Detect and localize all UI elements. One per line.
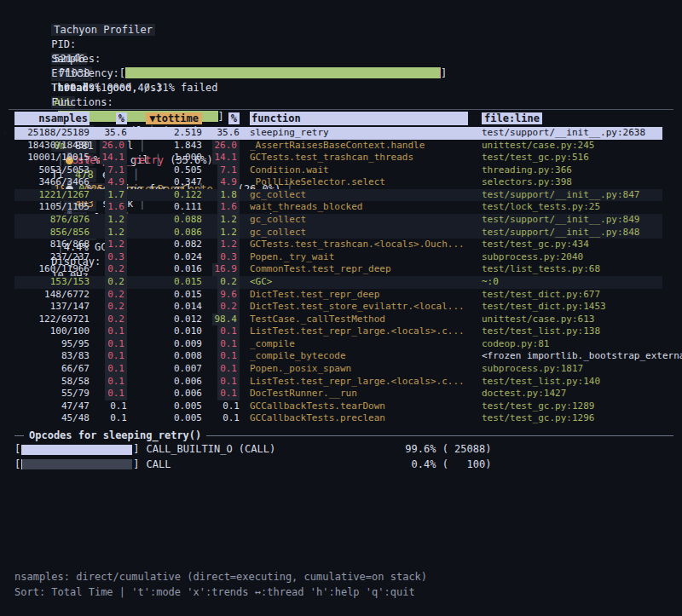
- cell-tottime: 0.015: [127, 276, 202, 289]
- legend-nsamples: nsamples: direct/cumulative (direct=exec…: [14, 571, 427, 583]
- cell-file-line: doctest.py:1427: [478, 388, 682, 400]
- table-row[interactable]: 100/100 0.1 0.010 0.1 ListTest.test_repr…: [14, 325, 682, 338]
- cell-pct1: 7.1: [90, 164, 127, 177]
- cell-pct1: 0.2: [90, 276, 127, 289]
- title-line: Tachyon Profiler: [14, 9, 673, 23]
- cell-pct1: 0.2: [90, 263, 127, 276]
- cell-tottime: 0.088: [127, 214, 202, 227]
- cell-pct1: 0.1: [90, 338, 127, 351]
- threads-label: Threads:: [51, 81, 112, 95]
- cell-pct2: 1.2: [202, 214, 240, 227]
- opcode-name: CALL_BUILTIN_O (CALL): [146, 442, 342, 457]
- tachyon-profiler-screen: Tachyon Profiler PID: 52146 │ Thread: AL…: [0, 0, 682, 616]
- cell-pct2: 0.1: [202, 338, 240, 351]
- cell-file-line: test/test_list.py:140: [478, 376, 682, 389]
- cell-nsamples: 148/6772: [14, 289, 90, 302]
- cell-tottime: 0.012: [127, 314, 202, 326]
- table-row[interactable]: 137/147 0.2 0.014 0.2 DictTest.test_stor…: [14, 301, 682, 314]
- cell-file-line: test/support/__init__.py:849: [478, 214, 682, 227]
- table-row[interactable]: 1105/1105 1.6 0.111 1.6 wait_threads_blo…: [14, 201, 682, 214]
- table-row[interactable]: 95/95 0.1 0.009 0.1 _compile codeop.py:8…: [14, 338, 682, 351]
- table-row[interactable]: 816/868 1.2 0.082 1.2 GCTests.test_trash…: [14, 239, 682, 251]
- table-row[interactable]: 237/237 0.3 0.024 0.3 Popen._try_wait su…: [14, 251, 682, 264]
- functions-label: Functions:: [51, 95, 112, 110]
- bar-open-bracket: [: [14, 458, 20, 472]
- cell-function: DictTest.test_store_evilattr.<local...: [240, 301, 478, 314]
- cell-nsamples: 153/153: [14, 276, 90, 289]
- table-row[interactable]: 3466/3466 4.9 0.347 4.9 _PollLikeSelecto…: [14, 176, 682, 189]
- cell-file-line: <frozen importlib._bootstrap_externa: [478, 350, 682, 363]
- app-title: Tachyon Profiler: [51, 24, 155, 36]
- cell-tottime: 0.505: [127, 164, 202, 177]
- column-header-pct1[interactable]: %: [90, 112, 127, 127]
- cell-pct2: 16.9: [202, 263, 240, 276]
- column-header-pct2[interactable]: %: [202, 112, 240, 127]
- cell-file-line: test/lock_tests.py:25: [478, 201, 682, 214]
- cell-pct2: 1.2: [202, 227, 240, 239]
- column-header-tottime-sorted[interactable]: ▼tottime: [127, 112, 202, 127]
- column-header-file[interactable]: file:line: [478, 112, 682, 127]
- cell-file-line: selectors.py:398: [478, 176, 682, 189]
- table-header-row: nsamples % ▼tottime % function file:line: [14, 112, 682, 127]
- cell-nsamples: 5053/5053: [14, 164, 90, 177]
- cell-file-line: test/test_dict.py:677: [478, 289, 682, 302]
- cell-file-line: test/test_list.py:138: [478, 325, 682, 338]
- cell-file-line: test/test_gc.py:434: [478, 239, 682, 251]
- cell-pct1: 0.2: [90, 301, 127, 314]
- table-row[interactable]: 122/69721 0.2 0.012 98.4 TestCase._callT…: [14, 314, 682, 326]
- cell-function: GCTests.test_trashcan.<locals>.Ouch...: [240, 239, 478, 251]
- cell-nsamples: 18430/18430: [14, 140, 90, 153]
- table-top-separator: [9, 109, 673, 110]
- table-row[interactable]: 153/153 0.2 0.015 0.2 <GC> ~:0: [14, 276, 682, 289]
- cell-function: DictTest.test_repr_deep: [240, 289, 478, 302]
- table-row[interactable]: 856/856 1.2 0.086 1.2 gc_collect test/su…: [14, 227, 682, 239]
- opcode-percent-count: 0.4% ( 100): [342, 458, 491, 472]
- cell-pct1: 26.0: [90, 140, 127, 153]
- cell-pct2: 0.1: [202, 363, 240, 376]
- table-row[interactable]: 148/6772 0.2 0.015 9.6 DictTest.test_rep…: [14, 289, 682, 302]
- cell-file-line: subprocess.py:1817: [478, 363, 682, 376]
- table-row[interactable]: 1221/1267 1.7 0.122 1.8 gc_collect test/…: [14, 189, 682, 202]
- opcode-percent-count: 99.6% ( 25088): [342, 442, 491, 457]
- table-row[interactable]: 55/79 0.1 0.006 0.1 DocTestRunner.__run …: [14, 388, 682, 400]
- table-row[interactable]: 83/83 0.1 0.008 0.1 _compile_bytecode <f…: [14, 350, 682, 363]
- cell-pct2: 1.8: [202, 189, 240, 202]
- opcodes-separator: Opcodes for sleeping_retry(): [14, 429, 673, 442]
- cell-pct2: 0.2: [202, 276, 240, 289]
- cell-function: Popen._posix_spawn: [240, 363, 478, 376]
- cell-tottime: 1.000: [127, 152, 202, 164]
- cell-tottime: 1.843: [127, 140, 202, 153]
- cell-pct2: 26.0: [202, 140, 240, 153]
- table-row[interactable]: 876/876 1.2 0.088 1.2 gc_collect test/su…: [14, 214, 682, 227]
- table-row[interactable]: 18430/18430 26.0 1.843 26.0 _AssertRaise…: [14, 140, 682, 153]
- top3-line: Top 3: sleeping_retry (35.6%)│ _AssertRa…: [14, 95, 673, 110]
- selection-cursor-icon: ▸: [3, 127, 8, 140]
- opcodes-title: Opcodes for sleeping_retry(): [29, 429, 201, 442]
- cell-pct2: 1.6: [202, 201, 240, 214]
- cell-pct2: 7.1: [202, 164, 240, 177]
- column-header-function[interactable]: function: [240, 112, 478, 127]
- profile-table: nsamples % ▼tottime % function file:line…: [14, 112, 682, 425]
- table-row[interactable]: 66/67 0.1 0.007 0.1 Popen._posix_spawn s…: [14, 363, 682, 376]
- cell-nsamples: 100/100: [14, 325, 90, 338]
- cell-pct2: 0.3: [202, 251, 240, 264]
- table-row[interactable]: 10001/10015 14.1 1.000 14.1 GCTests.test…: [14, 152, 682, 164]
- cell-pct1: 1.2: [90, 239, 127, 251]
- table-row[interactable]: 45/48 0.1 0.005 0.1 GCCallbackTests.prec…: [14, 412, 682, 425]
- cell-nsamples: 83/83: [14, 350, 90, 363]
- table-body: ▸ 25188/25189 35.6 2.519 35.6 sleeping_r…: [14, 127, 682, 425]
- table-row[interactable]: 47/47 0.1 0.005 0.1 GCCallbackTests.tear…: [14, 400, 682, 413]
- table-row[interactable]: 5053/5053 7.1 0.505 7.1 Condition.wait t…: [14, 164, 682, 177]
- column-header-nsamples[interactable]: nsamples: [14, 112, 90, 127]
- cell-function: Condition.wait: [240, 164, 478, 177]
- table-row[interactable]: 160/11966 0.2 0.016 16.9 CommonTest.test…: [14, 263, 682, 276]
- cell-nsamples: 876/876: [14, 214, 90, 227]
- table-row[interactable]: 58/58 0.1 0.006 0.1 ListTest.test_repr_l…: [14, 376, 682, 389]
- cell-function: ListTest.test_repr_large.<locals>.c...: [240, 325, 478, 338]
- samples-line: Samples: 71038 total (10000.4/s) [] 10.0…: [14, 37, 673, 52]
- cell-tottime: 0.006: [127, 388, 202, 400]
- efficiency-label: Efficiency:: [51, 67, 118, 79]
- cell-function: <GC>: [240, 276, 478, 289]
- cell-function: GCCallbackTests.preclean: [240, 412, 478, 425]
- table-row[interactable]: ▸ 25188/25189 35.6 2.519 35.6 sleeping_r…: [14, 127, 682, 140]
